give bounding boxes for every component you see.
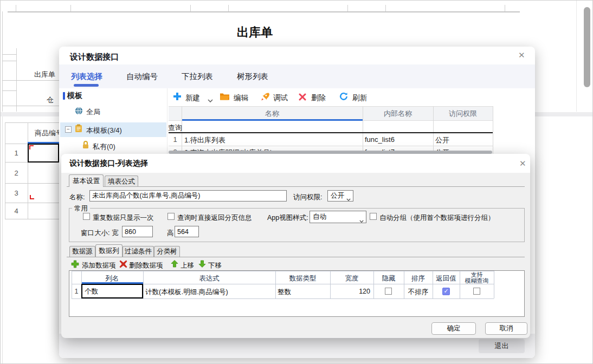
grid-line	[2, 106, 59, 106]
col-header-return-value[interactable]: 返回值	[433, 274, 460, 283]
row-number[interactable]: 1	[5, 149, 28, 157]
column-header-access[interactable]: 访问权限	[433, 109, 493, 119]
table-grid-line	[169, 146, 493, 146]
tree-item-global[interactable]: 全局	[86, 107, 100, 117]
return-value-checkbox[interactable]	[442, 288, 450, 295]
tab-filter-conditions[interactable]: 过滤条件	[123, 246, 154, 257]
grid-line	[5, 219, 59, 219]
grid-line	[373, 271, 374, 298]
chevron-down-icon	[346, 194, 351, 205]
access-label: 访问权限:	[293, 193, 322, 202]
hidden-checkbox[interactable]	[385, 288, 392, 295]
dedupe-checkbox[interactable]	[83, 213, 90, 220]
dialog-title: 设计数据接口-列表选择	[69, 159, 148, 168]
grid-line	[5, 122, 59, 123]
window-height-input[interactable]	[175, 226, 199, 237]
column-header-name[interactable]: 名称	[182, 109, 363, 119]
cell-column-name-selected[interactable]: 个数	[81, 284, 143, 298]
move-down-button[interactable]: 下移	[208, 261, 222, 270]
delete-button[interactable]: 删除	[311, 93, 326, 103]
cell-data-type[interactable]: 整数	[278, 288, 291, 297]
window-width-input[interactable]	[122, 226, 153, 237]
cell-width[interactable]: 120	[330, 288, 370, 295]
filter-row-label[interactable]: 查询	[168, 123, 182, 133]
col-header-hidden[interactable]: 隐藏	[373, 274, 404, 283]
cell-name: 1.待出库列表	[184, 135, 225, 145]
red-marker-icon	[30, 195, 34, 199]
cell-sort[interactable]: 不排序	[404, 288, 433, 297]
col-header-sort[interactable]: 排序	[404, 274, 433, 283]
tab-auto-number[interactable]: 自动编号	[126, 64, 158, 88]
chevron-down-icon[interactable]	[208, 95, 213, 105]
edit-button[interactable]: 编辑	[234, 93, 248, 103]
tab-dropdown-list[interactable]: 下拉列表	[182, 64, 213, 88]
col-header-width[interactable]: 宽度	[330, 274, 373, 283]
app-style-select[interactable]: 自动	[310, 211, 366, 223]
tab-category-tree[interactable]: 分类树	[154, 246, 180, 257]
move-up-button[interactable]: 上移	[181, 261, 194, 270]
col-header-data-type[interactable]: 数据类型	[275, 274, 330, 283]
lock-icon	[82, 140, 89, 151]
tab-page-border	[67, 186, 525, 187]
close-icon[interactable]: ✕	[518, 50, 525, 60]
col-header-expression[interactable]: 表达式	[143, 274, 275, 283]
grid-tick	[16, 5, 16, 11]
tab-data-source[interactable]: 数据源	[69, 246, 95, 257]
grid-line	[2, 54, 16, 55]
tab-basic-settings[interactable]: 基本设置	[69, 174, 104, 187]
vertical-scrollbar[interactable]	[584, 7, 590, 87]
autogroup-checkbox[interactable]	[370, 213, 377, 220]
close-icon[interactable]: ✕	[519, 159, 526, 168]
grid-tick	[505, 5, 505, 11]
cell-expression[interactable]: 计数(本模板.明细.商品编号)	[145, 288, 228, 297]
remove-data-item-button[interactable]: 删除数据项	[129, 261, 163, 270]
tree-item-this-template[interactable]: 本模板(3/4)	[86, 126, 122, 135]
name-label: 名称:	[69, 193, 85, 202]
ok-button[interactable]: 确定	[431, 322, 476, 335]
dialog-titlebar: 设计数据接口-列表选择 ✕	[61, 154, 530, 173]
grid-tick	[70, 5, 71, 11]
grid-line	[28, 122, 28, 219]
new-button[interactable]: 新建	[185, 93, 200, 103]
tab-form-formula[interactable]: 填表公式	[105, 176, 138, 187]
page-left-border	[2, 116, 3, 364]
form-label-warehouse: 仓	[47, 95, 54, 105]
row-number[interactable]: 4	[5, 207, 28, 215]
tab-tree-list[interactable]: 树形列表	[237, 64, 268, 88]
folder-icon	[220, 92, 230, 103]
grid-line	[2, 80, 59, 81]
refresh-icon	[339, 92, 348, 103]
fuzzy-query-checkbox[interactable]	[473, 288, 480, 295]
exit-button[interactable]: 退出	[479, 339, 525, 353]
access-select[interactable]: 公开	[327, 190, 353, 202]
grid-line	[2, 11, 3, 112]
red-marker-icon	[29, 145, 34, 150]
cancel-button[interactable]: 取消	[485, 322, 527, 335]
grid-tick	[347, 5, 348, 11]
dialog-title: 设计数据接口	[70, 52, 119, 62]
window-size-label: 窗口大小: 宽	[81, 229, 118, 238]
row-number[interactable]: 3	[5, 189, 28, 197]
autogroup-checkbox-label: 自动分组（使用首个数据项进行分组）	[379, 213, 495, 223]
chevron-down-icon	[359, 216, 364, 227]
grid-line	[275, 271, 276, 298]
debug-button[interactable]: 调试	[273, 93, 288, 103]
add-data-item-button[interactable]: 添加数据项	[82, 261, 116, 270]
row-number[interactable]: 2	[5, 169, 28, 177]
scrollbar-track-border	[576, 1, 577, 112]
grid-line	[72, 271, 494, 271]
collapse-expander-icon[interactable]: −	[65, 126, 72, 133]
form-top-border	[8, 11, 520, 12]
grid-line	[143, 271, 144, 298]
move-up-arrow-icon	[171, 260, 178, 269]
filter-row-divider	[169, 132, 493, 133]
clipboard-icon	[75, 124, 82, 135]
column-header-internal-name[interactable]: 内部名称	[363, 109, 433, 119]
tree-item-private[interactable]: 私有(0)	[93, 142, 115, 152]
grid-tick	[190, 5, 191, 11]
refresh-button[interactable]: 刷新	[352, 93, 367, 103]
app-style-selected-value: 自动	[313, 213, 326, 220]
name-input[interactable]	[89, 190, 287, 202]
paging-checkbox[interactable]	[167, 213, 175, 220]
tab-data-columns[interactable]: 数据列	[95, 244, 123, 257]
